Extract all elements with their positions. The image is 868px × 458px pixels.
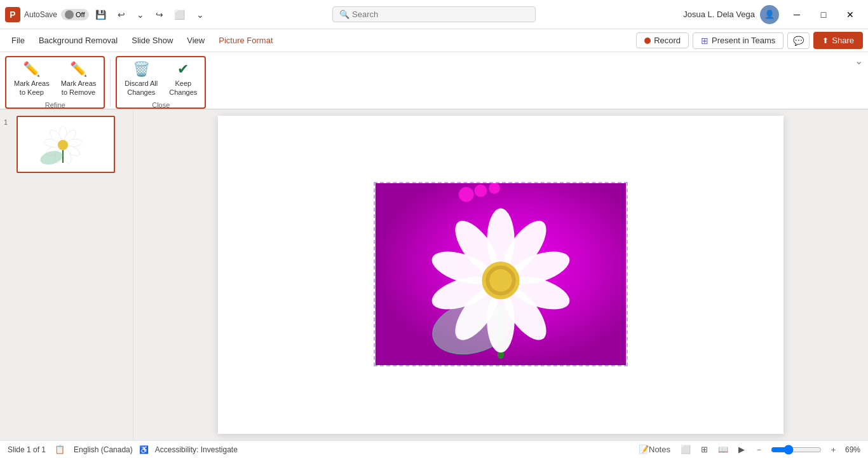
close-button[interactable]: ✕ (837, 5, 863, 24)
canvas-area (133, 109, 868, 440)
notes-label: Notes (649, 445, 670, 454)
mark-areas-remove-label: Mark Areasto Remove (61, 79, 97, 97)
discard-icon: 🗑️ (133, 62, 150, 76)
mark-areas-remove-button[interactable]: ✏️ Mark Areasto Remove (56, 60, 102, 100)
accessibility-label: Accessibility: Investigate (155, 445, 238, 454)
zoom-level-label: 69% (845, 445, 860, 454)
close-group-label: Close (119, 100, 202, 110)
zoom-slider[interactable] (771, 445, 822, 455)
keep-changes-label: KeepChanges (169, 79, 197, 97)
statusbar: Slide 1 of 1 📋 English (Canada) ♿ Access… (0, 440, 868, 458)
undo-redo-group: ↩ ⌄ ↪ (113, 6, 168, 23)
keep-changes-icon: ✔ (177, 62, 189, 76)
maximize-button[interactable]: □ (811, 5, 836, 24)
statusbar-right: 📝 Notes ⬜ ⊞ 📖 ▶ － ＋ 69% (636, 443, 860, 457)
ribbon-close-group-selected: 🗑️ Discard AllChanges ✔ KeepChanges Clos… (116, 56, 206, 109)
mark-areas-keep-icon: ✏️ (23, 62, 40, 76)
menubar: File Background Removal Slide Show View … (0, 29, 868, 52)
search-bar[interactable]: 🔍 (332, 6, 536, 22)
share-button[interactable]: ⬆ Share (813, 32, 863, 49)
menu-file[interactable]: File (5, 32, 31, 48)
autosave-toggle[interactable]: Off (61, 9, 88, 20)
slide-info: Slide 1 of 1 (8, 445, 46, 454)
slide-panel: 1 (0, 109, 133, 440)
chat-icon: 💬 (793, 36, 804, 46)
discard-all-changes-button[interactable]: 🗑️ Discard AllChanges (119, 60, 163, 100)
zoom-out-button[interactable]: － (752, 443, 766, 457)
teams-icon: ⊞ (701, 36, 709, 46)
keep-changes-button[interactable]: ✔ KeepChanges (164, 60, 202, 100)
ribbon-expand-icon[interactable]: ⌄ (855, 55, 863, 67)
mark-areas-remove-icon: ✏️ (70, 62, 87, 76)
discard-label: Discard AllChanges (125, 79, 158, 97)
thumbnail-flower-svg (25, 121, 107, 169)
slide-item-1[interactable]: 1 (4, 116, 129, 173)
ribbon-refine-buttons: ✏️ Mark Areasto Keep ✏️ Mark Areasto Rem… (9, 60, 101, 100)
svg-point-31 (489, 183, 500, 194)
normal-view-button[interactable]: ⬜ (678, 443, 693, 455)
menu-view[interactable]: View (180, 32, 211, 48)
save-button[interactable]: 💾 (93, 6, 109, 23)
slide-thumb-inner (18, 117, 114, 172)
present-teams-button[interactable]: ⊞ Present in Teams (693, 32, 783, 49)
menubar-right: Record ⊞ Present in Teams 💬 ⬆ Share (636, 32, 863, 49)
user-name: Josua L. Dela Vega (683, 10, 755, 19)
ribbon-close-buttons: 🗑️ Discard AllChanges ✔ KeepChanges (119, 60, 202, 100)
mark-areas-keep-button[interactable]: ✏️ Mark Areasto Keep (9, 60, 55, 100)
app-icon: P (5, 7, 20, 22)
slide-number-1: 1 (4, 116, 13, 126)
ribbon-refine-group: ✏️ Mark Areasto Keep ✏️ Mark Areasto Rem… (9, 60, 101, 110)
titlebar-left: P AutoSave Off 💾 ↩ ⌄ ↪ ⬜ ⌄ (5, 6, 208, 23)
autosave-label: AutoSave (24, 10, 57, 19)
accessibility-icon: ♿ (139, 445, 149, 454)
menu-slide-show[interactable]: Slide Show (125, 32, 179, 48)
notes-outline-view-button[interactable]: 📋 (52, 443, 67, 455)
refine-group-label: Refine (9, 100, 101, 110)
present-teams-label: Present in Teams (712, 36, 775, 45)
menu-background-removal[interactable]: Background Removal (32, 32, 124, 48)
avatar[interactable]: 👤 (760, 5, 779, 24)
mark-areas-keep-label: Mark Areasto Keep (14, 79, 50, 97)
image-container[interactable] (374, 182, 628, 368)
slideshow-button[interactable]: ▶ (736, 443, 747, 455)
ribbon-refine-group-selected: ✏️ Mark Areasto Keep ✏️ Mark Areasto Rem… (5, 56, 105, 109)
redo-button[interactable]: ↪ (151, 6, 168, 23)
main-content: 1 (0, 109, 868, 440)
toggle-circle (65, 10, 74, 19)
menu-picture-format[interactable]: Picture Format (212, 32, 279, 48)
customize-toolbar-button[interactable]: ⌄ (192, 6, 208, 23)
slide-sorter-button[interactable]: ⊞ (698, 443, 710, 455)
undo-dropdown[interactable]: ⌄ (132, 6, 149, 23)
share-label: Share (832, 36, 854, 45)
language-label: English (Canada) (74, 445, 133, 454)
flower-image (374, 182, 628, 366)
record-button[interactable]: Record (636, 32, 689, 48)
reading-view-button[interactable]: 📖 (715, 443, 731, 455)
search-input[interactable] (352, 10, 529, 19)
search-icon: 🔍 (339, 10, 349, 19)
statusbar-left: Slide 1 of 1 📋 English (Canada) ♿ Access… (8, 443, 238, 455)
titlebar: P AutoSave Off 💾 ↩ ⌄ ↪ ⬜ ⌄ 🔍 Josua L. De… (0, 0, 868, 29)
notes-icon: 📝 (639, 445, 649, 454)
toggle-state-label: Off (76, 11, 85, 18)
titlebar-right: Josua L. Dela Vega 👤 ─ □ ✕ (683, 5, 863, 24)
record-label: Record (654, 36, 681, 45)
svg-point-30 (475, 184, 487, 197)
ribbon-close-group: 🗑️ Discard AllChanges ✔ KeepChanges Clos… (119, 60, 202, 110)
notes-button[interactable]: 📝 Notes (636, 443, 673, 455)
slide-canvas[interactable] (218, 116, 783, 434)
svg-point-29 (459, 186, 474, 202)
presentation-mode-button[interactable]: ⬜ (172, 6, 188, 23)
record-dot-icon (644, 38, 651, 44)
svg-point-10 (58, 140, 68, 150)
ribbon-divider (110, 59, 111, 106)
undo-button[interactable]: ↩ (113, 6, 130, 23)
window-controls: ─ □ ✕ (784, 5, 863, 24)
title-area: 🔍 (332, 6, 536, 22)
ribbon: ✏️ Mark Areasto Keep ✏️ Mark Areasto Rem… (0, 52, 868, 109)
svg-point-28 (489, 269, 512, 292)
chat-button[interactable]: 💬 (787, 32, 810, 49)
slide-thumbnail-1[interactable] (17, 116, 115, 173)
zoom-in-button[interactable]: ＋ (827, 443, 840, 457)
minimize-button[interactable]: ─ (784, 5, 810, 24)
